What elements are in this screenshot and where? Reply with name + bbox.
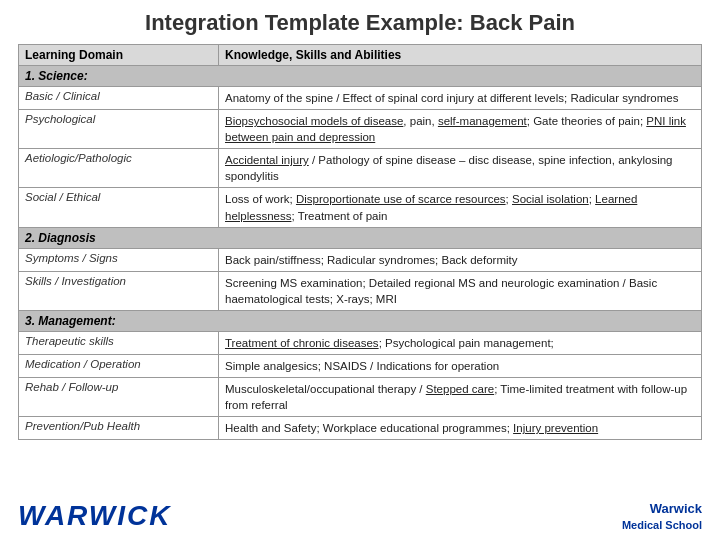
table-row: PsychologicalBiopsychosocial models of d… [19, 110, 702, 149]
row-content: Health and Safety; Workplace educational… [219, 417, 702, 440]
table-row: 2. Diagnosis [19, 227, 702, 248]
row-content: Anatomy of the spine / Effect of spinal … [219, 87, 702, 110]
row-content: Treatment of chronic diseases; Psycholog… [219, 331, 702, 354]
row-content: Simple analgesics; NSAIDS / Indications … [219, 355, 702, 378]
table-row: Therapeutic skillsTreatment of chronic d… [19, 331, 702, 354]
row-label: Skills / Investigation [19, 271, 219, 310]
table-row: Rehab / Follow-upMusculoskeletal/occupat… [19, 378, 702, 417]
table-row: Prevention/Pub HealthHealth and Safety; … [19, 417, 702, 440]
table-row: 1. Science: [19, 66, 702, 87]
warwick-right-line2: Medical School [622, 518, 702, 532]
row-content: Accidental injury / Pathology of spine d… [219, 149, 702, 188]
table-row: Symptoms / SignsBack pain/stiffness; Rad… [19, 248, 702, 271]
row-content: Screening MS examination; Detailed regio… [219, 271, 702, 310]
row-content: Back pain/stiffness; Radicular syndromes… [219, 248, 702, 271]
row-content: Loss of work; Disproportionate use of sc… [219, 188, 702, 227]
row-label: Prevention/Pub Health [19, 417, 219, 440]
row-content: Biopsychosocial models of disease, pain,… [219, 110, 702, 149]
table-header: Knowledge, Skills and Abilities [219, 45, 702, 66]
warwick-left-logo: WARWICK [18, 500, 171, 532]
main-table: Learning DomainKnowledge, Skills and Abi… [18, 44, 702, 440]
row-label: Social / Ethical [19, 188, 219, 227]
page-title: Integration Template Example: Back Pain [0, 0, 720, 44]
table-row: Social / EthicalLoss of work; Disproport… [19, 188, 702, 227]
row-label: Rehab / Follow-up [19, 378, 219, 417]
table-header: Learning Domain [19, 45, 219, 66]
row-label: Psychological [19, 110, 219, 149]
section-label: 2. Diagnosis [19, 227, 702, 248]
warwick-right-line1: Warwick [622, 501, 702, 518]
table-row: 3. Management: [19, 310, 702, 331]
warwick-right-logo: Warwick Medical School [622, 501, 702, 532]
table-wrap: Learning DomainKnowledge, Skills and Abi… [0, 44, 720, 494]
table-row: Medication / OperationSimple analgesics;… [19, 355, 702, 378]
row-label: Aetiologic/Pathologic [19, 149, 219, 188]
table-row: Skills / InvestigationScreening MS exami… [19, 271, 702, 310]
section-label: 3. Management: [19, 310, 702, 331]
page: Integration Template Example: Back Pain … [0, 0, 720, 540]
section-label: 1. Science: [19, 66, 702, 87]
table-row: Aetiologic/PathologicAccidental injury /… [19, 149, 702, 188]
row-label: Therapeutic skills [19, 331, 219, 354]
row-label: Symptoms / Signs [19, 248, 219, 271]
row-content: Musculoskeletal/occupational therapy / S… [219, 378, 702, 417]
row-label: Medication / Operation [19, 355, 219, 378]
table-row: Basic / ClinicalAnatomy of the spine / E… [19, 87, 702, 110]
footer: WARWICK Warwick Medical School [0, 494, 720, 540]
row-label: Basic / Clinical [19, 87, 219, 110]
